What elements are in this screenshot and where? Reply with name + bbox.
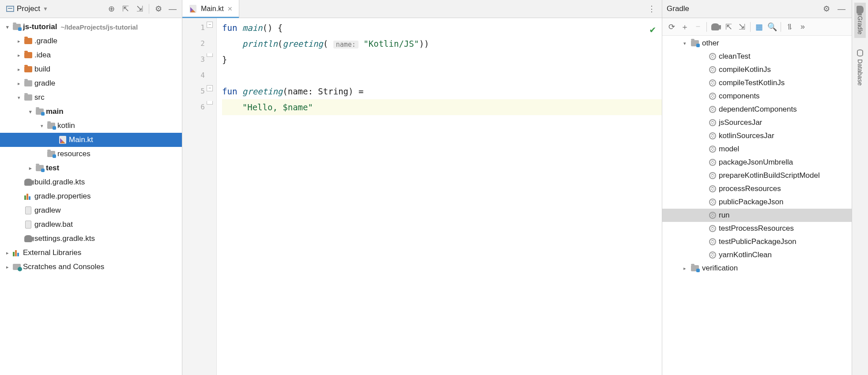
chevron-right-icon[interactable]: ▸ <box>682 266 688 271</box>
chevron-icon[interactable]: ▸ <box>16 52 22 58</box>
expand-icon[interactable]: ⇱ <box>723 21 734 33</box>
task-icon <box>709 66 716 73</box>
line-number[interactable]: 1 <box>182 20 205 36</box>
gradle-task[interactable]: prepareKotlinBuildScriptModel <box>662 169 852 182</box>
minimize-icon[interactable]: — <box>167 3 178 15</box>
project-view-selector[interactable]: Project ▼ <box>4 4 51 14</box>
line-number[interactable]: 3 <box>182 52 205 68</box>
close-icon[interactable]: ✕ <box>227 5 233 12</box>
tree-row[interactable]: gradlew <box>0 203 182 218</box>
gradle-task[interactable]: compileKotlinJs <box>662 63 852 76</box>
editor-body[interactable]: 123456 − − ✔ fun main() { println(greeti… <box>182 18 662 375</box>
gradle-task[interactable]: kotlinSourcesJar <box>662 129 852 142</box>
gradle-group-verification[interactable]: ▸ verification <box>662 262 852 275</box>
tree-row-root[interactable]: ▾ js-tutorial ~/IdeaProjects/js-tutorial <box>0 20 182 34</box>
chevron-icon[interactable]: ▸ <box>16 67 22 72</box>
gradle-task[interactable]: run <box>662 209 852 222</box>
chevron-icon[interactable]: ▾ <box>16 95 22 101</box>
fold-end-icon[interactable] <box>207 101 213 105</box>
divider <box>706 22 707 32</box>
side-tab-database[interactable]: Database <box>855 46 865 89</box>
tree-row[interactable]: gradlew.bat <box>0 218 182 232</box>
gradle-task[interactable]: yarnKotlinClean <box>662 248 852 262</box>
gradle-task[interactable]: components <box>662 90 852 103</box>
target-icon[interactable]: ⊕ <box>106 3 117 15</box>
tree-row[interactable]: ▾ kotlin <box>0 119 182 133</box>
gradle-task[interactable]: testProcessResources <box>662 222 852 235</box>
tree-label: main <box>46 107 64 116</box>
gear-icon[interactable]: ⚙ <box>153 3 164 15</box>
fold-toggle-icon[interactable]: − <box>207 85 213 91</box>
tree-row[interactable]: ▸ test <box>0 161 182 175</box>
fold-end-icon[interactable] <box>207 53 213 57</box>
expand-all-icon[interactable]: ⇱ <box>120 3 131 15</box>
gradle-task[interactable]: packageJsonUmbrella <box>662 156 852 169</box>
refresh-icon[interactable]: ⟳ <box>666 21 677 33</box>
add-icon[interactable]: ＋ <box>679 21 691 33</box>
tree-row[interactable]: ▸ build <box>0 62 182 76</box>
chevron-down-icon[interactable]: ▾ <box>4 24 11 30</box>
collapse-icon[interactable]: ⇲ <box>736 21 747 33</box>
task-label: kotlinSourcesJar <box>719 131 774 140</box>
tree-row[interactable]: ▸ .idea <box>0 48 182 62</box>
gradle-header: Gradle ⚙ — <box>662 0 852 18</box>
tree-row[interactable]: Main.kt <box>0 133 182 147</box>
side-tab-gradle[interactable]: Gradle <box>854 3 866 38</box>
collapse-all-icon[interactable]: ⇲ <box>134 3 145 15</box>
chevron-icon[interactable]: ▸ <box>27 165 34 171</box>
gradle-task[interactable]: publicPackageJson <box>662 195 852 209</box>
search-icon[interactable]: 🔍 <box>766 21 778 33</box>
minimize-icon[interactable]: — <box>836 3 847 15</box>
task-icon <box>709 199 716 206</box>
code-content[interactable]: ✔ fun main() { println(greeting( name: "… <box>217 18 662 375</box>
chevron-right-icon[interactable]: ▸ <box>4 250 11 256</box>
gradle-tree[interactable]: ▾ other cleanTest compileKotlinJs compil… <box>662 36 852 375</box>
gradle-task[interactable]: testPublicPackageJson <box>662 235 852 248</box>
chevron-icon[interactable]: ▾ <box>39 123 45 129</box>
line-number[interactable]: 4 <box>182 68 205 83</box>
tree-row[interactable]: ▾ main <box>0 105 182 119</box>
tree-row-scratches[interactable]: ▸ Scratches and Consoles <box>0 260 182 274</box>
tree-label: Scratches and Consoles <box>23 262 104 271</box>
analysis-ok-icon[interactable]: ✔ <box>650 22 656 38</box>
chevron-right-icon[interactable]: ▸ <box>4 264 11 270</box>
module-folder-icon <box>47 151 55 157</box>
project-tree[interactable]: ▾ js-tutorial ~/IdeaProjects/js-tutorial… <box>0 18 182 375</box>
tree-row[interactable]: gradle.properties <box>0 189 182 203</box>
string-literal: "Kotlin/JS" <box>363 39 419 49</box>
tree-row[interactable]: build.gradle.kts <box>0 175 182 189</box>
gradle-task[interactable]: jsSourcesJar <box>662 116 852 129</box>
gradle-task[interactable]: dependentComponents <box>662 103 852 116</box>
line-number[interactable]: 5 <box>182 83 205 99</box>
gradle-file-icon <box>24 235 32 242</box>
gradle-task[interactable]: processResources <box>662 182 852 195</box>
gradle-task[interactable]: cleanTest <box>662 50 852 63</box>
more-icon[interactable]: » <box>797 21 808 33</box>
offline-icon[interactable]: ▦ <box>753 21 765 33</box>
tree-row[interactable]: settings.gradle.kts <box>0 232 182 246</box>
tree-row[interactable]: ▸ .gradle <box>0 34 182 48</box>
gradle-run-icon[interactable] <box>709 21 721 33</box>
chevron-icon[interactable]: ▸ <box>16 81 22 86</box>
line-number[interactable]: 2 <box>182 36 205 52</box>
chevron-icon[interactable]: ▸ <box>16 38 22 44</box>
gradle-task[interactable]: model <box>662 142 852 156</box>
tree-row-external-libs[interactable]: ▸ External Libraries <box>0 246 182 260</box>
function-call: greeting <box>283 39 323 49</box>
more-icon[interactable]: ⋮ <box>646 3 657 15</box>
chevron-icon[interactable]: ▾ <box>27 109 34 115</box>
tree-row[interactable]: ▸ gradle <box>0 76 182 90</box>
gear-icon[interactable]: ⚙ <box>821 3 832 15</box>
fold-toggle-icon[interactable]: − <box>207 22 213 28</box>
gradle-task[interactable]: compileTestKotlinJs <box>662 76 852 90</box>
gradle-group-other[interactable]: ▾ other <box>662 37 852 50</box>
tree-row[interactable]: ▾ src <box>0 90 182 105</box>
editor-tab-main-kt[interactable]: Main.kt ✕ <box>182 0 239 18</box>
toggle-icon[interactable]: ⥮ <box>784 21 795 33</box>
chevron-down-icon[interactable]: ▾ <box>682 41 688 46</box>
gutter[interactable]: 123456 − − <box>182 18 217 375</box>
line-number[interactable]: 6 <box>182 99 205 115</box>
remove-icon[interactable]: − <box>692 21 704 33</box>
folder-icon <box>24 66 32 72</box>
tree-row[interactable]: resources <box>0 147 182 161</box>
